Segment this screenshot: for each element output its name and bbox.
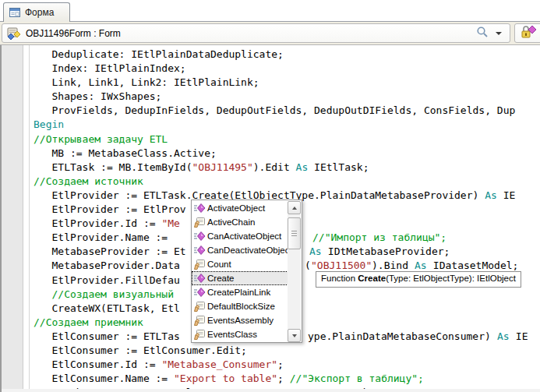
dropdown-scrollbar[interactable] [288, 201, 301, 342]
dropdown-item-label: ActiveChain [207, 217, 255, 227]
dropdown-item[interactable]: Count [192, 257, 288, 271]
search-icon[interactable] [476, 26, 489, 41]
code-segment: ; [277, 358, 284, 370]
code-segment: ProvFields, DedupInFields, DedupOutField… [34, 104, 515, 116]
dropdown-item-label: DefaultBlockSize [207, 302, 275, 311]
dropdown-item[interactable]: CanDeactivateObject [192, 243, 288, 257]
scroll-down-button[interactable] [288, 329, 301, 342]
code-segment: ETLTask := MB.ItemById( [34, 161, 192, 173]
code-segment: CreateWX(ETLTask, Etl [34, 302, 180, 314]
tooltip-function-name: Create [358, 274, 386, 283]
scroll-up-button[interactable] [288, 201, 301, 214]
code-segment: EtlProvider.Id := [34, 217, 161, 229]
code-line: Index: IEtlPlainIndex; [34, 62, 540, 76]
autocomplete-list: ActivateObjectActiveChainCanActivateObje… [192, 201, 288, 341]
dropdown-item-label: CanDeactivateObject [207, 245, 292, 255]
code-segment: As [296, 161, 309, 173]
method-icon [193, 244, 206, 256]
method-icon [193, 230, 206, 242]
dropdown-item-label: ActivateObject [207, 203, 265, 213]
tab-forma-label: Форма [25, 7, 54, 18]
code-segment: As [485, 189, 497, 201]
code-segment: MetabaseProvider := Et [34, 245, 186, 257]
dropdown-item[interactable]: EventsAssembly [192, 313, 288, 327]
triangle-down-icon [292, 334, 297, 337]
dropdown-item-label: Count [207, 260, 231, 269]
dropdown-item[interactable]: Create [192, 271, 288, 285]
code-segment: //Создаем приемник [34, 316, 143, 328]
code-segment: IDtMetabaseProvider; [322, 245, 450, 259]
lock-icon[interactable] [519, 25, 536, 42]
side-toolbar[interactable] [514, 23, 540, 43]
code-segment: "OBJ11495" [192, 161, 253, 173]
code-segment: As [497, 330, 510, 344]
object-toolbar[interactable]: OBJ11496Form : Form [2, 23, 510, 43]
code-segment: EtlProvider := EtlProv [34, 203, 186, 215]
dropdown-item[interactable]: ActivateObject [192, 201, 288, 215]
code-segment: MB := MetabaseClass.Active; [34, 147, 217, 159]
code-segment: //Создаем источник [34, 175, 143, 187]
code-line: Shapes: IWxShapes; [34, 90, 540, 104]
form-object-icon [7, 27, 21, 40]
code-line: EtlConsumer.Id := "Metabase_Consumer"; [34, 358, 540, 372]
object-title: OBJ11496Form : Form [26, 28, 476, 39]
code-segment: EtlConsumer.Id := [34, 358, 161, 370]
code-segment: EtlProvider.FillDefau [34, 274, 180, 286]
code-line: EtlConsumer := EtlConsumer.Edit; [34, 344, 540, 358]
dropdown-item[interactable]: EventsClass [192, 327, 288, 341]
code-segment: Shapes: IWxShapes; [34, 90, 161, 102]
dropdown-item-label: EventsClass [207, 330, 257, 339]
dropdown-item-label: CanActivateObject [207, 231, 281, 241]
code-segment: "Export to table" [174, 373, 277, 384]
code-segment: IE [497, 189, 515, 201]
form-window-icon [9, 6, 21, 19]
code-line: Deduplicate: IEtlPlainDataDeduplicate; [34, 48, 540, 62]
method-icon [193, 272, 206, 284]
code-segment: EtlConsumer := ETLTas [34, 330, 180, 342]
tooltip-suffix: (Type: EtlObjectType): IEtlObject [386, 274, 516, 283]
tab-forma[interactable]: Форма [3, 2, 70, 22]
method-icon [193, 286, 206, 298]
code-segment: ; [277, 373, 290, 384]
code-segment: Link, Link1, Link2: IEtlPlainLink; [34, 76, 259, 88]
dropdown-item-label: Create [207, 274, 235, 283]
code-segment: Begin [34, 118, 64, 130]
dropdown-item-label: CreatePlainLink [207, 288, 270, 297]
code-segment: ype.PlainDataMetabaseConsumer) [308, 330, 497, 344]
code-segment: MetabaseProvider.Data [34, 260, 180, 271]
method-icon [193, 202, 206, 214]
triangle-up-icon [292, 207, 297, 210]
editor-bottom-strip [2, 389, 540, 392]
dropdown-item[interactable]: DefaultBlockSize [192, 299, 288, 313]
autocomplete-dropdown[interactable]: ActivateObjectActiveChainCanActivateObje… [191, 200, 302, 343]
code-segment: EtlProvider.Name := [34, 231, 174, 243]
dropdown-item[interactable]: CanActivateObject [192, 229, 288, 243]
code-segment: EtlConsumer.Name := [34, 373, 174, 384]
property-icon [193, 314, 206, 327]
editor-gutter [2, 45, 23, 392]
code-line: ETLTask := MB.ItemById("OBJ11495").Edit … [34, 161, 540, 175]
scrollbar-thumb[interactable] [288, 217, 301, 249]
form-editor-window: Форма OBJ11496Form : Form [0, 0, 540, 392]
code-line: Link, Link1, Link2: IEtlPlainLink; [34, 76, 540, 90]
property-icon [193, 258, 206, 270]
code-segment: IE [510, 330, 528, 344]
function-signature-tooltip: Function Create(Type: EtlObjectType): IE… [316, 271, 521, 288]
code-segment: //Открываем задачу ETL [34, 133, 168, 145]
dropdown-item-label: EventsAssembly [207, 316, 274, 325]
gutter-separator-line [29, 45, 30, 389]
code-line: EtlConsumer.Name := "Export to table"; /… [34, 372, 540, 386]
tooltip-prefix: Function [321, 274, 358, 283]
code-line: Begin [34, 118, 540, 132]
dropdown-item[interactable]: ActiveChain [192, 215, 288, 229]
property-icon [193, 216, 206, 228]
code-line: ProvFields, DedupInFields, DedupOutField… [34, 104, 540, 118]
code-line: //Создаем источник [34, 175, 540, 189]
dropdown-item[interactable]: CreatePlainLink [192, 285, 288, 299]
property-icon [193, 300, 206, 313]
code-segment: ( [305, 259, 311, 273]
code-segment: Index: IEtlPlainIndex; [34, 62, 186, 74]
code-segment: //"Экспорт в таблицу"; [290, 373, 424, 384]
code-line: MB := MetabaseClass.Active; [34, 147, 540, 161]
search-dropdown-caret-icon[interactable] [496, 32, 502, 35]
